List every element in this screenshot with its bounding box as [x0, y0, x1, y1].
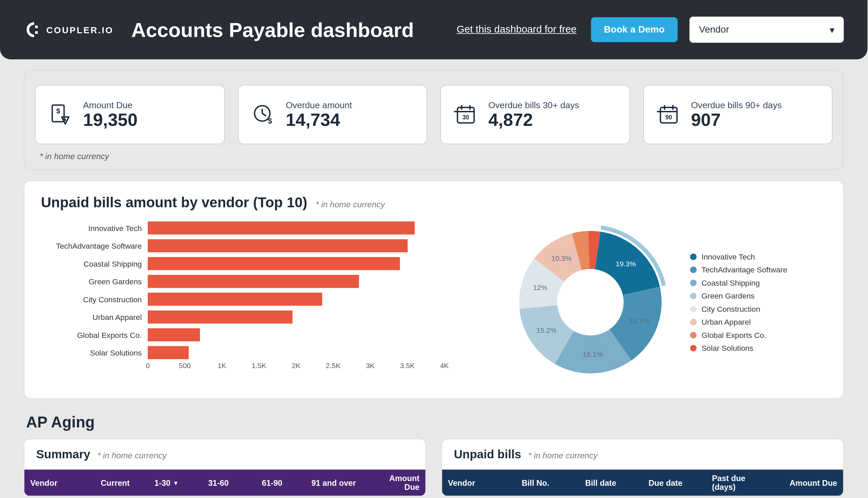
legend-dot-icon — [690, 345, 697, 351]
th-1-30[interactable]: 1-30▼ — [148, 478, 202, 487]
vendor-panel-title: Unpaid bills amount by vendor (Top 10) — [41, 194, 308, 211]
x-tick: 2.5K — [326, 362, 340, 370]
legend-dot-icon — [690, 305, 697, 312]
legend-item[interactable]: TechAdvantage Software — [690, 265, 787, 274]
bar-fill — [148, 328, 200, 342]
legend-label: Solar Solutions — [702, 343, 753, 352]
donut-chart: 19.3%18.7%18.1%15.2%12%10.3% — [508, 219, 674, 385]
kpi-value: 19,350 — [83, 109, 138, 130]
th-vendor[interactable]: Vendor — [442, 478, 516, 487]
get-dashboard-link[interactable]: Get this dashboard for free — [457, 24, 577, 36]
bar-row: Solar Solutions — [41, 344, 456, 362]
bar-fill — [148, 346, 188, 359]
bar-label: City Construction — [41, 295, 148, 304]
sort-desc-icon: ▼ — [173, 479, 179, 486]
summary-table-header: Vendor Current 1-30▼ 31-60 61-90 91 and … — [24, 470, 426, 496]
summary-panel: Summary * in home currency Vendor Curren… — [24, 438, 426, 496]
bar-row: Innovative Tech — [41, 219, 456, 237]
bar-row: City Construction — [41, 290, 456, 309]
legend-dot-icon — [690, 266, 697, 273]
x-tick: 3.5K — [400, 362, 415, 370]
bar-fill — [148, 293, 322, 306]
legend-dot-icon — [690, 318, 697, 325]
legend-label: Urban Apparel — [702, 317, 751, 326]
brand-logo: COUPLER.IO — [24, 21, 113, 38]
svg-rect-1 — [35, 31, 38, 34]
th-due-date[interactable]: Due date — [642, 478, 706, 487]
th-past-due[interactable]: Past due (days) — [706, 474, 769, 492]
th-amount-due[interactable]: Amount Due — [769, 478, 843, 487]
x-tick: 4K — [440, 362, 449, 370]
th-current[interactable]: Current — [95, 478, 148, 487]
invoice-warning-icon: $ — [49, 103, 72, 127]
book-demo-button[interactable]: Book a Demo — [591, 17, 678, 42]
donut-slice-label: 19.3% — [616, 260, 636, 268]
calendar-90-icon: 90 — [656, 103, 680, 127]
topbar: COUPLER.IO Accounts Payable dashboard Ge… — [0, 0, 868, 60]
legend-label: Green Gardens — [702, 291, 755, 300]
caret-down-icon: ▾ — [830, 24, 834, 35]
svg-text:$: $ — [56, 107, 61, 115]
legend-item[interactable]: Urban Apparel — [690, 317, 787, 326]
legend-label: City Construction — [702, 304, 760, 313]
x-tick: 3K — [366, 362, 375, 370]
kpi-value: 4,872 — [488, 109, 579, 130]
bar-label: Green Gardens — [41, 277, 148, 286]
kpi-overdue-30: 30 Overdue bills 30+ days 4,872 — [440, 85, 630, 144]
donut-slice-label: 12% — [533, 284, 548, 291]
th-bill-no[interactable]: Bill No. — [516, 478, 579, 487]
kpi-label: Amount Due — [83, 100, 138, 109]
bar-row: Green Gardens — [41, 272, 456, 290]
summary-title: Summary — [36, 448, 91, 461]
th-bill-date[interactable]: Bill date — [579, 478, 642, 487]
vendor-select[interactable]: Vendor ▾ — [690, 17, 844, 43]
bar-label: TechAdvantage Software — [41, 241, 148, 250]
legend-dot-icon — [690, 292, 697, 299]
bar-fill — [148, 257, 400, 270]
th-31-60[interactable]: 31-60 — [202, 478, 256, 487]
bar-label: Innovative Tech — [41, 224, 148, 232]
legend-label: Global Exports Co. — [702, 330, 766, 339]
x-tick: 2K — [292, 362, 301, 370]
donut-legend: Innovative TechTechAdvantage SoftwareCoa… — [690, 252, 787, 353]
donut-chart-area: 19.3%18.7%18.1%15.2%12%10.3% Innovative … — [468, 219, 827, 385]
kpi-label: Overdue bills 90+ days — [691, 100, 782, 109]
legend-dot-icon — [690, 253, 697, 260]
th-amount-due[interactable]: Amount Due — [368, 474, 426, 492]
kpi-label: Overdue amount — [286, 100, 352, 109]
kpi-label: Overdue bills 30+ days — [488, 100, 579, 109]
kpi-amount-due: $ Amount Due 19,350 — [35, 85, 225, 144]
bar-fill — [148, 311, 293, 324]
bar-fill — [148, 239, 408, 252]
legend-item[interactable]: City Construction — [690, 304, 787, 313]
th-91-over[interactable]: 91 and over — [306, 478, 368, 487]
unpaid-note: * in home currency — [528, 450, 598, 460]
summary-note: * in home currency — [97, 450, 166, 460]
bar-row: TechAdvantage Software — [41, 237, 456, 255]
th-vendor[interactable]: Vendor — [24, 478, 95, 487]
donut-slice-label: 18.1% — [583, 351, 603, 358]
legend-item[interactable]: Innovative Tech — [690, 252, 787, 261]
legend-item[interactable]: Green Gardens — [690, 291, 787, 300]
vendor-select-label: Vendor — [699, 24, 729, 35]
unpaid-panel: Unpaid bills * in home currency Vendor B… — [441, 438, 844, 496]
legend-label: Coastal Shipping — [702, 278, 760, 287]
kpi-value: 907 — [691, 109, 782, 130]
unpaid-title: Unpaid bills — [454, 448, 521, 461]
donut-slice-label: 15.2% — [536, 326, 557, 334]
bar-label: Global Exports Co. — [41, 330, 148, 339]
kpi-footnote: * in home currency — [40, 151, 832, 161]
donut-slice-label: 10.3% — [552, 254, 572, 262]
legend-item[interactable]: Coastal Shipping — [690, 278, 787, 287]
bar-row: Urban Apparel — [41, 308, 456, 326]
legend-item[interactable]: Solar Solutions — [690, 343, 787, 352]
unpaid-table-header: Vendor Bill No. Bill date Due date Past … — [442, 470, 843, 496]
legend-item[interactable]: Global Exports Co. — [690, 330, 787, 339]
bar-fill — [148, 222, 415, 235]
brand-text: COUPLER.IO — [46, 25, 113, 35]
legend-dot-icon — [690, 279, 697, 286]
bar-row: Global Exports Co. — [41, 326, 456, 344]
kpi-section: $ Amount Due 19,350 $ Overdue amount — [24, 70, 844, 170]
th-61-90[interactable]: 61-90 — [256, 478, 306, 487]
svg-text:$: $ — [268, 116, 272, 125]
